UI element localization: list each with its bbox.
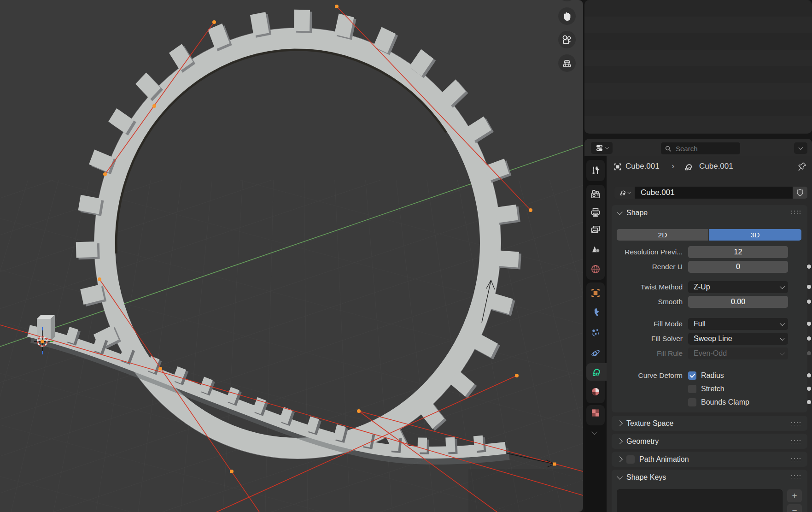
tab-world[interactable] [586,260,605,278]
field-label: Resolution Previ... [615,248,683,256]
tab-object-data[interactable] [586,363,607,381]
panel-title: Shape [626,209,648,217]
fake-user-shield-button[interactable] [793,187,807,199]
curve-deform-stretch-row: Stretch [612,383,807,395]
toggle-2d-label: 2D [658,231,667,239]
blender-window: Cube.001 › Cube.001 [0,0,812,512]
curve-deform-radius-row: Curve Deform Radius [612,370,807,382]
panel-grip-handle[interactable] [790,457,801,461]
dropdown-value: Sweep Line [694,335,732,343]
dropdown-value: Even-Odd [694,349,727,358]
chevron-right-icon [617,420,623,426]
chevron-down-icon [617,474,623,480]
object-properties-icon [590,288,601,299]
header-menu-button[interactable] [794,142,807,154]
decorator-dot[interactable] [807,265,811,269]
decorator-dot[interactable] [807,322,811,326]
checkbox-label: Bounds Clamp [701,398,749,406]
datablock-name-field[interactable]: Cube.001 [635,187,793,199]
properties-editor-icon [596,143,605,153]
panel-texture-space-header[interactable]: Texture Space [612,416,807,431]
printer-icon [590,207,601,218]
tab-scene[interactable] [586,241,605,258]
bounds-clamp-checkbox[interactable] [688,398,696,406]
fill-mode-dropdown[interactable]: Full [688,318,788,330]
search-input[interactable] [675,144,732,153]
pin-icon[interactable] [797,161,807,172]
stretch-checkbox[interactable] [688,385,696,393]
panel-title: Path Animation [639,455,689,464]
search-box[interactable] [661,142,740,154]
tab-material[interactable] [586,383,605,400]
toggle-3d-button[interactable]: 3D [709,229,801,241]
breadcrumb: Cube.001 › Cube.001 [612,160,812,174]
breadcrumb-data-name[interactable]: Cube.001 [699,162,733,171]
remove-shape-key-button[interactable]: − [787,504,802,512]
panel-path-animation-header[interactable]: Path Animation [612,452,807,467]
physics-icon [590,347,601,359]
chevron-down-icon [605,145,608,149]
resolution-preview-field[interactable]: 12 [688,246,788,258]
editor-type-button[interactable] [591,142,613,154]
toggle-2d-button[interactable]: 2D [617,229,708,241]
panel-shape-keys-header[interactable]: Shape Keys [612,470,807,485]
tab-tool[interactable] [586,162,605,179]
path-animation-checkbox[interactable] [626,455,635,464]
plus-icon: + [792,491,797,501]
datablock-name-value: Cube.001 [641,188,675,197]
decorator-dot[interactable] [807,285,811,289]
tabs-overflow-chevron-icon[interactable] [591,429,597,435]
panel-shape-header[interactable]: Shape [612,205,807,220]
field-value: 0 [736,263,740,271]
tab-modifiers[interactable] [586,304,605,321]
render-u-field[interactable]: 0 [688,261,788,273]
radius-checkbox[interactable] [688,371,696,380]
dropdown-value: Z-Up [694,283,710,291]
twist-method-dropdown[interactable]: Z-Up [688,281,788,293]
tab-view-layer[interactable] [586,221,605,239]
particles-icon [590,327,601,338]
search-icon [665,145,672,152]
outliner-editor[interactable] [584,0,812,134]
tab-object[interactable] [586,284,605,302]
decorator-dot[interactable] [807,336,811,341]
viewport-3d[interactable] [0,0,583,512]
camera-view-gizmo [558,31,576,48]
shield-icon [796,188,804,197]
fill-solver-dropdown[interactable]: Sweep Line [688,333,788,345]
view-layer-images-icon [590,224,601,235]
decorator-dot[interactable] [807,400,811,404]
world-globe-icon [590,264,601,275]
panel-geometry-header[interactable]: Geometry [612,434,807,449]
twist-smooth-field[interactable]: 0.00 [688,296,788,308]
panel-title: Geometry [626,437,659,446]
twist-smooth-row: Smooth 0.00 [612,296,807,308]
shape-keys-list[interactable] [617,489,783,512]
chevron-down-icon [617,209,623,215]
panel-grip-handle[interactable] [790,421,801,425]
tab-output[interactable] [586,204,605,221]
datablock-type-selector[interactable] [614,187,635,199]
decorator-dot[interactable] [807,300,811,304]
tool-icon [590,165,601,176]
fill-mode-row: Fill Mode Full [612,318,807,330]
decorator-dot[interactable] [807,373,811,377]
add-shape-key-button[interactable]: + [787,489,802,502]
decorator-dot[interactable] [807,387,811,391]
panel-shape-keys: Shape Keys + − [612,470,807,512]
tab-render[interactable] [586,186,605,203]
properties-header [584,139,812,156]
breadcrumb-object-name[interactable]: Cube.001 [625,162,660,171]
field-label: Fill Solver [615,335,683,343]
panel-grip-handle[interactable] [790,210,801,214]
panel-grip-handle[interactable] [790,439,801,443]
tab-particles[interactable] [586,324,605,341]
object-icon [613,162,622,171]
chevron-down-icon [780,350,785,355]
field-label: Fill Rule [615,349,683,358]
tab-physics[interactable] [586,344,605,362]
panel-title: Shape Keys [626,473,666,482]
checkbox-label: Stretch [701,385,724,393]
panel-grip-handle[interactable] [790,474,801,478]
tab-texture[interactable] [586,404,605,422]
